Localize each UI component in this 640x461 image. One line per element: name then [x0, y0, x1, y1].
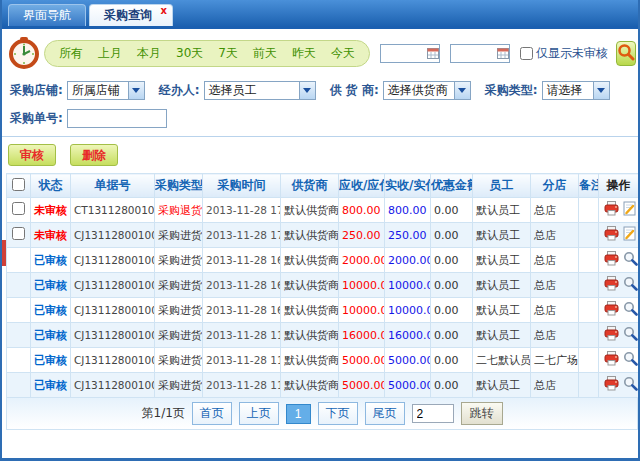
order-no-input[interactable] — [67, 109, 167, 128]
table-body: 未审核CT1311280010001采购退货2013-11-28 17:23默认… — [7, 198, 639, 398]
cell-time: 2013-11-28 16:13 — [203, 273, 281, 298]
date-from-input[interactable] — [381, 46, 427, 61]
row-checkbox[interactable] — [12, 202, 25, 215]
shop-select-value: 所属店铺 — [68, 82, 128, 99]
print-icon[interactable] — [604, 226, 619, 244]
quick-date-link[interactable]: 今天 — [331, 45, 355, 62]
only-unaudited-checkbox[interactable] — [520, 47, 533, 60]
quick-date-link[interactable]: 所有 — [59, 45, 83, 62]
grid-area: 审核 删除 状态单据号采购类型采购时间供货商应收/应付实收/实付优惠金额员工分店… — [2, 136, 638, 430]
quick-date-link[interactable]: 本月 — [137, 45, 161, 62]
cell-receivable: 2000.00 — [339, 248, 385, 273]
view-icon[interactable] — [623, 326, 638, 344]
tab-interface-nav[interactable]: 界面导航 — [8, 4, 86, 26]
cell-received: 5000.00 — [385, 348, 431, 373]
cell-time: 2013-11-28 17:23 — [203, 198, 281, 223]
shop-select[interactable]: 所属店铺 — [67, 81, 145, 100]
cell-branch: 总店 — [531, 223, 579, 248]
quick-date-link[interactable]: 7天 — [218, 45, 238, 62]
delete-button[interactable]: 删除 — [70, 144, 118, 166]
print-icon[interactable] — [604, 276, 619, 294]
print-icon[interactable] — [604, 251, 619, 269]
prev-page-button[interactable]: 上页 — [239, 402, 279, 425]
cell-status: 已审核 — [31, 248, 71, 273]
last-page-button[interactable]: 尾页 — [365, 402, 405, 425]
cell-status: 未审核 — [31, 223, 71, 248]
view-icon[interactable] — [623, 276, 638, 294]
cell-received: 10000.00 — [385, 273, 431, 298]
column-header: 应收/应付 — [339, 174, 385, 198]
close-tab-icon[interactable]: x — [161, 5, 167, 17]
date-to-box[interactable] — [450, 44, 510, 63]
cell-operations — [599, 198, 639, 223]
cell-remark — [579, 298, 599, 323]
edit-icon[interactable] — [623, 226, 637, 244]
chevron-down-icon[interactable] — [593, 82, 609, 99]
cell-branch: 总店 — [531, 373, 579, 398]
print-icon[interactable] — [604, 201, 619, 219]
purchase-type-select[interactable]: 请选择 — [542, 81, 610, 100]
print-icon[interactable] — [604, 351, 619, 369]
magnifier-icon — [617, 43, 635, 64]
date-to-input[interactable] — [451, 46, 497, 61]
print-icon[interactable] — [604, 301, 619, 319]
cell-receivable: 800.00 — [339, 198, 385, 223]
column-header: 单据号 — [71, 174, 155, 198]
current-page-button[interactable]: 1 — [286, 404, 311, 424]
column-header: 分店 — [531, 174, 579, 198]
cell-remark — [579, 273, 599, 298]
supplier-select[interactable]: 选择供货商 — [383, 81, 471, 100]
view-icon[interactable] — [623, 351, 638, 369]
search-button[interactable] — [616, 41, 636, 66]
calendar-icon[interactable] — [497, 44, 509, 63]
cell-supplier: 默认供货商 — [281, 198, 339, 223]
cell-time: 2013-11-28 16:14 — [203, 248, 281, 273]
quick-date-link[interactable]: 30天 — [176, 45, 203, 62]
first-page-button[interactable]: 首页 — [192, 402, 232, 425]
cell-staff: 默认员工 — [473, 373, 531, 398]
cell-branch: 二七广场店 — [531, 348, 579, 373]
only-unaudited-option[interactable]: 仅显示未审核 — [520, 45, 608, 62]
edit-icon[interactable] — [623, 201, 637, 219]
next-page-button[interactable]: 下页 — [318, 402, 358, 425]
cell-status: 已审核 — [31, 273, 71, 298]
column-header: 操作 — [599, 174, 639, 198]
table-row: 已审核CJ1311280010002采购进货2013-11-28 11:09默认… — [7, 348, 639, 373]
cell-staff: 默认员工 — [473, 273, 531, 298]
cell-order-no: CJ1311280010003 — [71, 323, 155, 348]
cell-status: 已审核 — [31, 323, 71, 348]
cell-select — [7, 248, 31, 273]
cell-select — [7, 223, 31, 248]
cell-operations — [599, 273, 639, 298]
cell-type: 采购进货 — [155, 273, 203, 298]
row-checkbox[interactable] — [12, 227, 25, 240]
cell-order-no: CT1311280010001 — [71, 198, 155, 223]
cell-type: 采购进货 — [155, 348, 203, 373]
view-icon[interactable] — [623, 376, 638, 394]
tab-purchase-query[interactable]: 采购查询 x — [89, 4, 173, 26]
print-icon[interactable] — [604, 326, 619, 344]
cell-type: 采购进货 — [155, 298, 203, 323]
handler-select[interactable]: 选择员工 — [204, 81, 316, 100]
page-jump-input[interactable] — [412, 404, 454, 423]
cell-select — [7, 298, 31, 323]
date-from-box[interactable] — [380, 44, 440, 63]
chevron-down-icon[interactable] — [454, 82, 470, 99]
view-icon[interactable] — [623, 251, 638, 269]
select-all-checkbox[interactable] — [12, 178, 25, 191]
print-icon[interactable] — [604, 376, 619, 394]
quick-date-link[interactable]: 前天 — [253, 45, 277, 62]
jump-button[interactable]: 跳转 — [461, 402, 503, 425]
quick-date-link[interactable]: 昨天 — [292, 45, 316, 62]
quick-date-link[interactable]: 上月 — [98, 45, 122, 62]
cell-supplier: 默认供货商 — [281, 348, 339, 373]
column-header: 备注 — [579, 174, 599, 198]
audit-button[interactable]: 审核 — [8, 144, 56, 166]
cell-staff: 默认员工 — [473, 298, 531, 323]
chevron-down-icon[interactable] — [299, 82, 315, 99]
chevron-down-icon[interactable] — [128, 82, 144, 99]
view-icon[interactable] — [623, 301, 638, 319]
calendar-icon[interactable] — [427, 44, 439, 63]
cell-status: 未审核 — [31, 198, 71, 223]
cell-staff: 默认员工 — [473, 323, 531, 348]
